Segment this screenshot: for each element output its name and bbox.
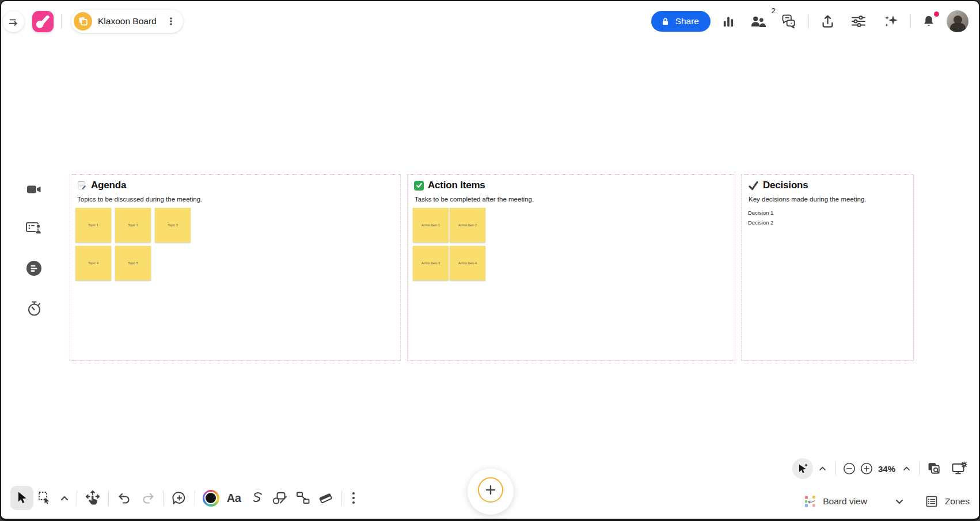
board-view-label[interactable]: Board view [823, 496, 867, 507]
toolbar-divider [77, 490, 77, 505]
undo-button[interactable] [113, 486, 136, 510]
zone-decisions-header: Decisions [748, 180, 808, 191]
sticky-note[interactable]: Topic 3 [155, 208, 191, 242]
redo-button[interactable] [136, 486, 159, 510]
avatar[interactable] [947, 10, 968, 32]
share-button[interactable]: Share [651, 11, 711, 32]
sticky-note[interactable]: Action Item 4 [450, 246, 485, 280]
color-wheel-icon [203, 490, 219, 507]
board-view-dropdown[interactable] [892, 495, 906, 508]
decision-text[interactable]: Decision 2 [748, 219, 773, 226]
shapes-icon [272, 490, 288, 505]
frames-overview-button[interactable] [925, 458, 944, 479]
toolbar-divider [163, 490, 164, 505]
redo-icon [140, 491, 155, 505]
text-tool-button[interactable]: Aa [222, 486, 245, 510]
settings-button[interactable] [845, 10, 872, 32]
zoom-in-button[interactable] [859, 458, 875, 479]
zoom-out-icon [843, 462, 856, 475]
sticky-note[interactable]: Action Item 2 [450, 208, 485, 242]
sticky-note[interactable]: Topic 4 [75, 246, 111, 280]
add-comment-button[interactable] [168, 486, 191, 510]
sticky-note[interactable]: Topic 1 [75, 208, 111, 242]
select-tool-expander[interactable] [56, 486, 73, 510]
board-view-icon [804, 495, 818, 508]
sticky-note[interactable]: Topic 2 [115, 208, 151, 242]
select-tool-button[interactable] [10, 486, 33, 510]
footer-divider [919, 462, 920, 475]
share-label: Share [675, 16, 699, 26]
marquee-select-button[interactable] [33, 486, 56, 510]
sidebar-toggle-button[interactable] [3, 11, 24, 32]
topbar-actions: Share 2 [651, 10, 968, 32]
frames-search-icon [927, 461, 943, 476]
fab-ring [478, 477, 503, 503]
chevron-up-icon [903, 466, 910, 471]
color-picker-button[interactable] [199, 486, 222, 510]
toolbar-divider [108, 490, 109, 505]
notification-dot [934, 12, 939, 17]
shapes-tool-button[interactable] [268, 486, 291, 510]
chevron-up-icon [819, 466, 826, 471]
sidebar-toggle-icon [7, 16, 20, 28]
sliders-icon [850, 13, 867, 29]
plus-icon [485, 485, 496, 495]
pan-hand-icon [84, 489, 101, 507]
board-title-pill[interactable]: Klaxoon Board [71, 10, 183, 33]
sticky-note[interactable]: Action Item 3 [413, 246, 449, 280]
bar-chart-icon [721, 14, 736, 29]
zone-action-items-header: Action Items [414, 180, 485, 191]
eraser-tool-button[interactable] [314, 486, 337, 510]
zone-title: Decisions [763, 180, 808, 191]
zones-panel-button[interactable] [924, 493, 940, 509]
zoom-options-expander[interactable] [899, 458, 914, 479]
ai-tools-button[interactable] [877, 10, 905, 32]
zone-title: Action Items [428, 180, 485, 191]
sticky-note[interactable]: Action Item 1 [413, 208, 449, 242]
zone-description: Tasks to be completed after the meeting. [415, 196, 534, 203]
klaxoon-logo[interactable] [32, 11, 54, 32]
rail-questions-button[interactable] [24, 258, 44, 278]
pan-tool-button[interactable] [81, 486, 104, 510]
zoom-out-button[interactable] [841, 458, 857, 479]
rail-video-button[interactable] [24, 180, 44, 199]
pen-tool-button[interactable] [245, 486, 268, 510]
view-controls: Board view Zones [804, 491, 970, 512]
zoom-level[interactable]: 34% [878, 464, 895, 474]
board-menu-kebab-icon[interactable] [162, 13, 180, 30]
chat-bubbles-icon [781, 13, 799, 29]
pointer-options-expander[interactable] [815, 458, 830, 479]
zone-agenda[interactable]: Agenda Topics to be discussed during the… [70, 174, 401, 361]
display-settings-button[interactable] [949, 458, 970, 479]
zones-label[interactable]: Zones [945, 496, 970, 507]
board-title: Klaxoon Board [98, 16, 157, 26]
add-element-fab[interactable] [468, 469, 514, 515]
zone-description: Topics to be discussed during the meetin… [77, 196, 202, 203]
sticky-note[interactable]: Topic 5 [115, 246, 151, 280]
more-tools-button[interactable] [346, 486, 361, 510]
comments-button[interactable] [776, 10, 803, 32]
text-tool-icon: Aa [227, 492, 241, 505]
rail-whiteboard-button[interactable] [24, 218, 44, 238]
notifications-button[interactable] [917, 10, 941, 32]
follow-pointer-button[interactable] [792, 458, 813, 479]
connector-tool-button[interactable] [291, 486, 314, 510]
stats-button[interactable] [716, 10, 740, 32]
question-list-icon [25, 260, 43, 277]
export-button[interactable] [815, 10, 840, 32]
bottom-toolbar: Aa [10, 485, 361, 511]
footer-divider [835, 462, 836, 475]
chevron-up-icon [60, 496, 69, 501]
dark-check-icon [748, 181, 759, 191]
undo-icon [117, 491, 132, 505]
participants-button[interactable]: 2 [745, 10, 772, 32]
sparkles-icon [882, 13, 899, 30]
rail-timer-button[interactable] [24, 299, 44, 318]
follow-pointer-icon [796, 462, 810, 476]
green-check-icon [414, 181, 424, 191]
zone-decisions[interactable]: Decisions Key decisions made during the … [741, 174, 914, 361]
zone-action-items[interactable]: Action Items Tasks to be completed after… [407, 174, 735, 361]
eraser-icon [318, 490, 334, 505]
decision-text[interactable]: Decision 1 [748, 210, 773, 216]
klaxoon-board-app: Klaxoon Board Share [0, 0, 980, 521]
